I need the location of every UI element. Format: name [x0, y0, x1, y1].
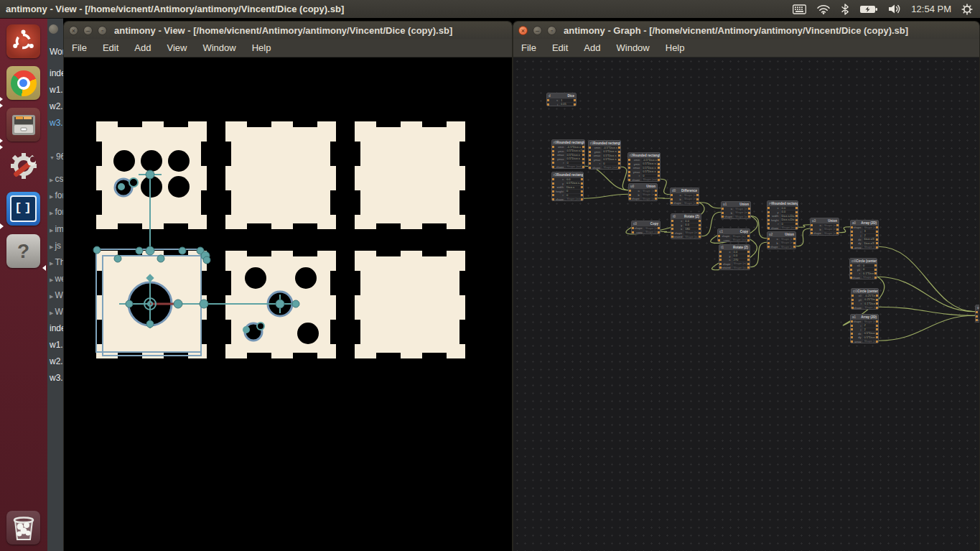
row-value[interactable]: Dice.s/3 — [863, 242, 875, 246]
file-tree-item[interactable]: ▶js — [50, 241, 61, 251]
output-port[interactable] — [582, 154, 584, 156]
row-value[interactable]: 0.0 — [733, 251, 747, 254]
drag-handle[interactable] — [146, 246, 154, 255]
output-port[interactable] — [876, 336, 878, 338]
row-value[interactable]: 0.5*Dice.s-Dice.t — [642, 162, 657, 166]
output-port[interactable] — [658, 179, 660, 181]
output-port[interactable] — [581, 194, 583, 196]
node-titlebar[interactable]: r2Rounded rectangle (corner) — [628, 153, 660, 158]
file-tree-item[interactable]: Worki — [50, 47, 63, 57]
output-port[interactable] — [836, 228, 839, 231]
row-value[interactable]: 0.1*Dice.s — [864, 302, 875, 306]
accent-dot[interactable] — [257, 323, 264, 330]
background-window-button[interactable] — [49, 24, 58, 34]
output-port[interactable] — [658, 227, 660, 229]
row-value[interactable]: 0.5*Dice.s-Dice.t — [602, 150, 617, 154]
menu-item-file[interactable]: File — [513, 39, 544, 57]
view-window-titlebar[interactable]: × – ▫ antimony - View - [/home/vicnent/A… — [64, 22, 512, 39]
output-port[interactable] — [699, 224, 701, 226]
output-port[interactable] — [655, 198, 657, 200]
menu-item-add[interactable]: Add — [576, 39, 608, 57]
row-value[interactable]: Shape (in) — [683, 194, 696, 198]
die-dot[interactable] — [168, 176, 190, 198]
output-port[interactable] — [582, 158, 584, 160]
row-value[interactable]: Shape (in) — [823, 224, 836, 228]
graph-node-copy[interactable]: c1CopyshapeShape (in)copyShape (out) — [717, 228, 750, 242]
row-value[interactable]: Shape (in) — [863, 226, 875, 230]
output-port[interactable] — [618, 147, 620, 149]
output-port[interactable] — [876, 341, 878, 343]
row-value[interactable]: Dice.s-Dice.t — [781, 215, 795, 218]
output-port[interactable] — [876, 333, 878, 335]
graph-node-union[interactable]: u3UnionaShape (in)bShape (in)shapeShape … — [810, 218, 839, 236]
graph-edge[interactable] — [584, 194, 628, 198]
output-port[interactable] — [655, 190, 657, 192]
file-tree-item[interactable]: ▶weel — [50, 274, 63, 284]
output-port[interactable] — [876, 320, 878, 323]
graph-edge[interactable] — [661, 179, 670, 195]
row-value[interactable]: -0.5*Dice.s — [566, 146, 582, 149]
session-gear-icon[interactable] — [961, 4, 973, 15]
output-port[interactable] — [793, 246, 795, 248]
output-port[interactable] — [582, 150, 584, 152]
node-titlebar[interactable]: u1Union — [722, 202, 750, 207]
launcher-item-antimony[interactable]: ? — [6, 234, 40, 268]
row-value[interactable]: 0.05 — [560, 103, 573, 106]
output-port[interactable] — [696, 198, 699, 200]
row-value[interactable]: 0.5*Dice.s-Dice.t — [566, 149, 582, 153]
die-face[interactable] — [355, 251, 465, 358]
menu-item-edit[interactable]: Edit — [544, 39, 576, 57]
file-tree-item[interactable]: ▶Ther — [50, 257, 63, 267]
file-tree-item[interactable]: w2. — [50, 101, 63, 111]
menu-item-help[interactable]: Help — [244, 39, 279, 57]
row-value[interactable]: 0 — [566, 190, 580, 193]
graph-edge[interactable] — [585, 166, 628, 190]
die-dot[interactable] — [168, 150, 190, 172]
graph-edge[interactable] — [839, 227, 850, 233]
node-titlebar[interactable]: c1Copy — [718, 229, 750, 234]
accent-dot[interactable] — [118, 184, 124, 190]
row-value[interactable]: Shape (in) — [734, 211, 747, 215]
graph-node-rotate-z-[interactable]: t1Rotate (Z)x0.0y0.0a270shapeShape (in)r… — [719, 244, 750, 270]
row-value[interactable]: Shape (out) — [823, 232, 836, 236]
clock[interactable]: 12:54 PM — [911, 4, 951, 14]
row-value[interactable]: 1 — [560, 99, 573, 103]
die-face[interactable] — [355, 121, 465, 229]
graph-edge[interactable] — [796, 228, 810, 246]
row-value[interactable]: Shape (out) — [566, 165, 582, 169]
row-value[interactable]: Shape (in) — [732, 235, 747, 239]
output-port[interactable] — [876, 328, 878, 330]
menu-item-window[interactable]: Window — [609, 39, 658, 57]
die-dot[interactable] — [141, 176, 162, 198]
node-titlebar[interactable]: r0Rounded rectangle (corner) — [552, 140, 584, 145]
drag-handle[interactable] — [174, 300, 182, 308]
output-port[interactable] — [876, 234, 878, 236]
row-value[interactable]: Shape (out) — [864, 306, 875, 310]
graph-node-rounded-rectangle-center-[interactable]: r3Rounded rectangle (center)x0.0y0.5*Dic… — [551, 172, 584, 201]
output-port[interactable] — [876, 302, 878, 305]
row-value[interactable]: -0.25*Dice.s — [864, 295, 875, 298]
file-tree-item[interactable]: ▶css — [50, 174, 63, 184]
output-port[interactable] — [748, 216, 750, 218]
die-face[interactable] — [225, 121, 336, 229]
row-value[interactable]: 0.1*Dice.s — [862, 272, 874, 276]
graph-node-union[interactable]: u0UnionaShape (in)bShape (in)shapeShape … — [628, 183, 658, 201]
node-titlebar[interactable]: u2Union — [767, 232, 795, 237]
node-titlebar[interactable]: r3Rounded rectangle (center) — [552, 172, 583, 177]
node-titlebar[interactable]: r1Rounded rectangle (corner) — [589, 141, 620, 146]
die-dot[interactable] — [245, 267, 266, 289]
row-value[interactable]: 0 — [642, 175, 657, 178]
row-value[interactable]: Shape (in) — [734, 208, 747, 211]
row-value[interactable]: Shape (in) — [642, 190, 654, 193]
graph-node-rounded-rectangle-corner-[interactable]: r2Rounded rectangle (corner)xmin-0.5*Dic… — [627, 152, 661, 182]
row-value[interactable]: Shape (in) — [684, 231, 698, 235]
drag-handle[interactable] — [292, 300, 299, 307]
row-value[interactable]: 0.0 — [566, 178, 580, 182]
row-value[interactable]: 180 — [684, 228, 698, 231]
output-port[interactable] — [876, 242, 878, 244]
graph-node-rounded-rectangle-center-[interactable]: r4Rounded rectangle (center)x0.0y0.0widt… — [767, 200, 798, 230]
output-port[interactable] — [618, 167, 620, 169]
file-tree-item[interactable]: w1. — [50, 85, 63, 95]
keyboard-icon[interactable] — [793, 4, 806, 14]
graph-node-rounded-rectangle-corner-[interactable]: r1Rounded rectangle (corner)xmin-0.5*Dic… — [588, 140, 621, 170]
